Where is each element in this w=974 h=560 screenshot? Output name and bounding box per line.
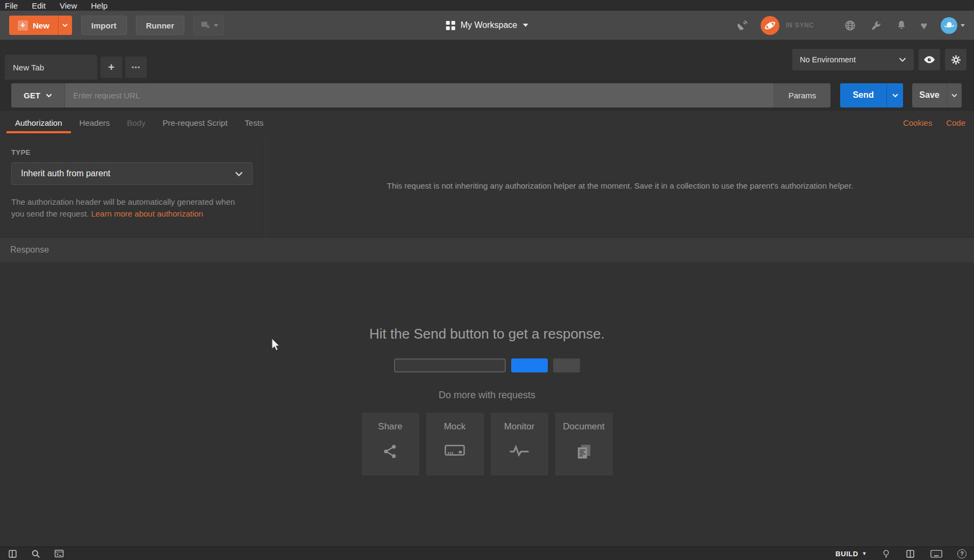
http-method-selector[interactable]: GET: [11, 83, 65, 107]
new-button-label: New: [33, 21, 49, 30]
save-button[interactable]: Save: [912, 83, 947, 107]
chevron-down-icon: [522, 24, 528, 27]
eye-icon: [923, 53, 936, 66]
workspace-grid-icon: [446, 21, 455, 30]
new-window-button: [194, 16, 224, 35]
monitor-pulse-icon: [509, 443, 530, 459]
tab-body: Body: [118, 111, 154, 134]
mock-card[interactable]: Mock: [426, 413, 484, 476]
new-dropdown-caret[interactable]: [58, 16, 72, 35]
two-pane-view-button[interactable]: [905, 549, 915, 559]
chevron-down-icon: [961, 24, 965, 27]
environment-quick-look-button[interactable]: [919, 49, 940, 70]
environment-settings-button[interactable]: [945, 49, 966, 70]
send-illustration: [394, 358, 580, 372]
menu-view[interactable]: View: [60, 1, 77, 10]
document-icon: [575, 443, 593, 461]
auth-helper-text: The authorization header will be automat…: [11, 196, 242, 220]
open-new-tab-button[interactable]: +: [101, 56, 122, 78]
response-section-header[interactable]: Response: [0, 238, 974, 262]
settings-wrench-icon[interactable]: [870, 19, 882, 32]
mock-server-icon: [444, 443, 465, 459]
status-bar: BUILD ▼ ?: [0, 547, 974, 560]
request-url-input[interactable]: [65, 83, 774, 107]
illustration-send-button: [511, 358, 548, 372]
tab-tests[interactable]: Tests: [236, 111, 272, 134]
tab-options-button[interactable]: •••: [125, 56, 147, 78]
share-card[interactable]: Share: [362, 413, 419, 476]
monitor-card-label: Monitor: [504, 421, 535, 432]
build-label: BUILD: [835, 550, 858, 558]
notifications-bell-icon[interactable]: [896, 19, 907, 31]
capture-requests-icon[interactable]: [736, 19, 749, 32]
environment-selector[interactable]: No Environment: [792, 49, 914, 70]
params-button[interactable]: Params: [774, 83, 830, 107]
request-builder-bar: GET Params Send Save: [0, 80, 974, 111]
illustration-url-bar: [394, 358, 506, 372]
mock-card-label: Mock: [444, 421, 466, 432]
new-window-icon: [199, 19, 211, 31]
share-card-label: Share: [378, 421, 402, 432]
save-options-caret[interactable]: [947, 83, 962, 107]
console-button[interactable]: [54, 548, 65, 559]
response-label: Response: [10, 245, 49, 255]
do-more-label: Do more with requests: [439, 390, 535, 401]
monitor-card[interactable]: Monitor: [491, 413, 548, 476]
send-button[interactable]: Send: [840, 83, 886, 107]
lightbulb-icon: [882, 549, 891, 559]
chevron-down-icon: ▼: [862, 551, 867, 556]
workspace-switcher[interactable]: My Workspace: [446, 11, 528, 40]
learn-more-authorization-link[interactable]: Learn more about authorization: [91, 209, 203, 218]
build-mode-selector[interactable]: BUILD ▼: [835, 550, 867, 558]
shortcuts-button[interactable]: [930, 549, 943, 558]
avatar: [941, 17, 957, 34]
tab-authorization[interactable]: Authorization: [6, 111, 71, 134]
menu-help[interactable]: Help: [91, 1, 108, 10]
request-tabs: Authorization Headers Body Pre-request S…: [0, 111, 974, 134]
gear-icon: [950, 54, 962, 66]
favorites-heart-icon[interactable]: ♥: [921, 20, 927, 31]
tab-pre-request-script[interactable]: Pre-request Script: [154, 111, 236, 134]
console-icon: [54, 548, 65, 559]
http-method-value: GET: [24, 91, 40, 100]
sidebar-columns-icon: [8, 549, 18, 559]
authorization-preview-panel: This request is not inheriting any autho…: [266, 134, 974, 237]
document-card-label: Document: [563, 421, 604, 432]
split-pane-icon: [905, 549, 915, 559]
send-options-caret[interactable]: [886, 83, 903, 107]
search-button[interactable]: [31, 549, 41, 559]
keyboard-icon: [930, 549, 943, 558]
tab-bar: New Tab + ••• No Environment: [0, 40, 974, 80]
main-toolbar: + New Import Runner My Workspace: [0, 11, 974, 40]
illustration-save-button: [553, 358, 580, 372]
auth-type-value: Inherit auth from parent: [21, 169, 110, 178]
user-menu[interactable]: [941, 17, 965, 34]
sync-status-label: IN SYNC: [786, 21, 814, 29]
chevron-down-icon: [892, 94, 898, 97]
menu-edit[interactable]: Edit: [32, 1, 46, 10]
request-tab-new-tab[interactable]: New Tab: [5, 55, 97, 80]
import-button[interactable]: Import: [81, 16, 127, 35]
tips-button[interactable]: [882, 549, 891, 559]
authorization-type-panel: TYPE Inherit auth from parent The author…: [0, 134, 266, 237]
help-icon: ?: [957, 549, 966, 558]
cookies-link[interactable]: Cookies: [903, 118, 932, 127]
auth-type-selector[interactable]: Inherit auth from parent: [11, 162, 253, 185]
code-link[interactable]: Code: [946, 118, 965, 127]
chevron-down-icon: [214, 24, 218, 27]
chevron-down-icon: [46, 94, 52, 97]
interceptor-globe-icon[interactable]: [844, 19, 856, 32]
menu-file[interactable]: File: [5, 1, 18, 10]
plus-icon: +: [18, 20, 28, 31]
new-button[interactable]: + New: [9, 16, 72, 35]
sync-status-icon[interactable]: [761, 16, 779, 35]
search-icon: [31, 549, 41, 559]
response-empty-state: Hit the Send button to get a response. D…: [0, 262, 974, 547]
help-button[interactable]: ?: [957, 549, 966, 558]
chevron-down-icon: [899, 58, 906, 62]
toggle-sidebar-button[interactable]: [8, 549, 18, 559]
document-card[interactable]: Document: [555, 413, 613, 476]
tab-headers[interactable]: Headers: [71, 111, 119, 134]
runner-button[interactable]: Runner: [136, 16, 185, 35]
empty-state-title: Hit the Send button to get a response.: [369, 326, 605, 342]
